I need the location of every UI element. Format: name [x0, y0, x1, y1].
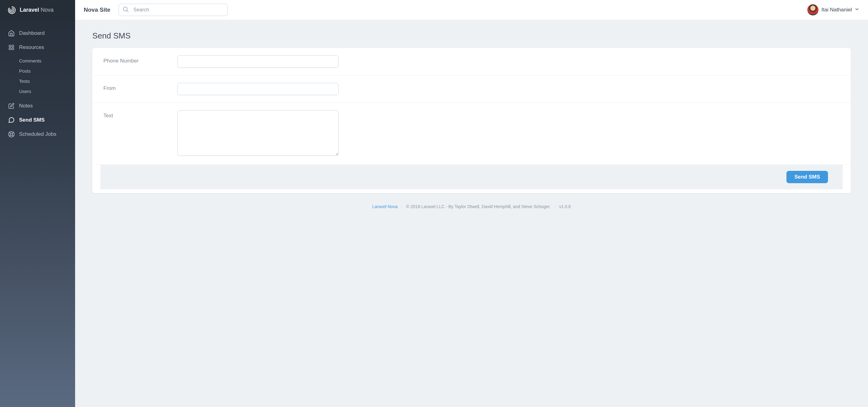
sidebar-item-label: Send SMS	[19, 117, 44, 123]
sidebar-subitem-users[interactable]: Users	[0, 86, 75, 96]
page-footer: Laravel Nova · © 2018 Laravel LLC - By T…	[92, 193, 851, 209]
site-title: Nova Site	[84, 6, 111, 13]
svg-line-11	[126, 10, 128, 12]
svg-rect-2	[9, 48, 11, 50]
search-wrap	[119, 4, 228, 16]
chevron-down-icon	[855, 7, 859, 13]
sidebar-subitem-comments[interactable]: Comments	[0, 56, 75, 66]
brand-text: Laravel Nova	[20, 7, 54, 13]
sidebar-subitem-tests[interactable]: Tests	[0, 76, 75, 86]
svg-rect-1	[12, 45, 14, 47]
sidebar-item-label: Resources	[19, 44, 44, 51]
footer-link[interactable]: Laravel Nova	[372, 204, 398, 209]
page-title: Send SMS	[92, 31, 851, 41]
lifebuoy-icon	[8, 131, 15, 137]
edit-icon	[8, 102, 15, 109]
sidebar-item-label: Scheduled Jobs	[19, 131, 56, 137]
send-sms-button[interactable]: Send SMS	[786, 171, 828, 183]
from-label: From	[103, 83, 177, 95]
form-footer: Send SMS	[100, 165, 843, 189]
phone-input[interactable]	[177, 55, 339, 68]
form-card: Phone Number From Text	[92, 48, 851, 193]
brand-logo-icon	[7, 6, 16, 14]
form-row-from: From	[92, 75, 851, 103]
from-input[interactable]	[177, 83, 339, 95]
form-row-text: Text	[92, 103, 851, 165]
user-name: Itai Nathaniel	[822, 7, 852, 13]
sidebar: Laravel Nova Dashboard	[0, 0, 75, 407]
avatar	[807, 4, 818, 15]
search-input[interactable]	[119, 4, 228, 16]
topbar: Nova Site Itai Nathaniel	[75, 0, 868, 20]
chat-icon	[8, 117, 15, 123]
svg-line-6	[9, 132, 11, 134]
sidebar-item-notes[interactable]: Notes	[0, 99, 75, 113]
svg-line-9	[9, 135, 11, 136]
phone-label: Phone Number	[103, 55, 177, 68]
search-icon	[122, 6, 129, 14]
content: Send SMS Phone Number From Text	[75, 20, 868, 407]
sidebar-item-send-sms[interactable]: Send SMS	[0, 113, 75, 127]
footer-copyright: © 2018 Laravel LLC - By Taylor Otwell, D…	[406, 204, 551, 209]
home-icon	[8, 30, 15, 37]
sidebar-item-dashboard[interactable]: Dashboard	[0, 26, 75, 40]
text-label: Text	[103, 110, 177, 157]
text-input[interactable]	[177, 110, 339, 156]
svg-rect-0	[9, 45, 11, 47]
svg-line-7	[12, 135, 13, 136]
footer-version: v1.0.6	[559, 204, 571, 209]
sidebar-item-scheduled-jobs[interactable]: Scheduled Jobs	[0, 127, 75, 141]
sidebar-item-label: Dashboard	[19, 30, 44, 36]
svg-line-8	[12, 132, 13, 134]
sidebar-item-label: Notes	[19, 103, 33, 109]
sidebar-subitem-posts[interactable]: Posts	[0, 66, 75, 76]
sidebar-nav: Dashboard Resources Comments Posts Tests	[0, 20, 75, 407]
grid-icon	[8, 44, 15, 51]
brand[interactable]: Laravel Nova	[0, 0, 75, 20]
user-menu[interactable]: Itai Nathaniel	[807, 4, 859, 15]
form-row-phone: Phone Number	[92, 48, 851, 75]
resources-submenu: Comments Posts Tests Users	[0, 55, 75, 99]
svg-rect-3	[12, 48, 14, 50]
sidebar-item-resources[interactable]: Resources	[0, 40, 75, 55]
